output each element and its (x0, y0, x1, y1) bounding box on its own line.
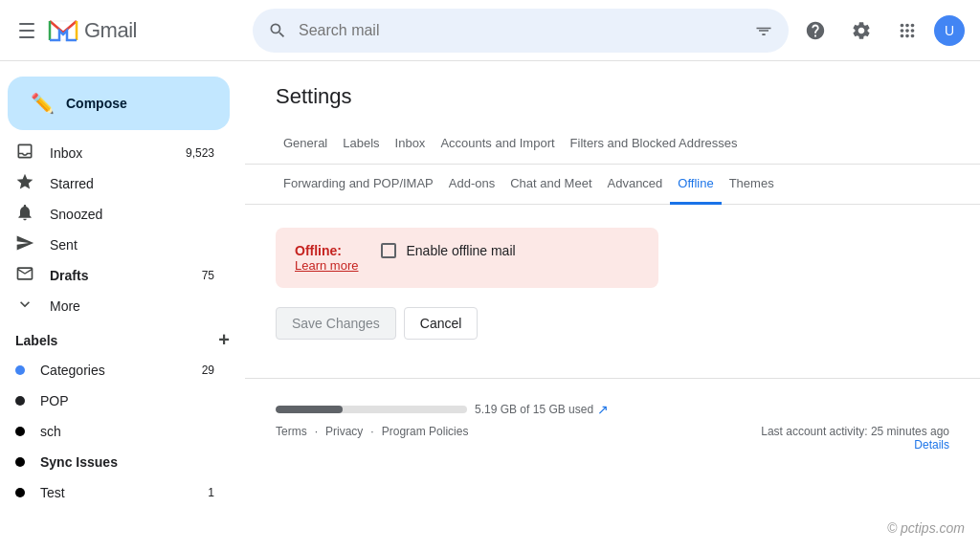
apps-button[interactable] (888, 11, 926, 50)
storage-row: 5.19 GB of 15 GB used ↗ (276, 402, 949, 417)
sync-issues-dot (15, 457, 25, 467)
save-button[interactable]: Save Changes (276, 307, 396, 340)
snoozed-label: Snoozed (50, 207, 214, 222)
inbox-count: 9,523 (186, 146, 214, 160)
offline-warning-box: Offline: Learn more Enable offline mail (276, 228, 658, 288)
watermark: © pctips.com (887, 520, 965, 536)
sidebar-item-snoozed[interactable]: Snoozed (0, 199, 230, 230)
gmail-m-icon (46, 13, 80, 48)
tab-addons[interactable]: Add-ons (441, 165, 502, 205)
inbox-icon (15, 142, 34, 165)
drafts-count: 75 (202, 269, 214, 282)
test-label: Test (40, 485, 192, 500)
sidebar-item-sent[interactable]: Sent (0, 230, 230, 260)
categories-label: Categories (40, 363, 187, 378)
enable-offline-checkbox[interactable] (381, 243, 396, 258)
tab-inbox[interactable]: Inbox (388, 124, 434, 165)
search-icon (268, 21, 287, 40)
categories-count: 29 (202, 364, 214, 377)
add-label-button[interactable]: + (218, 329, 230, 351)
footer-activity: Last account activity: 25 minutes ago De… (761, 425, 949, 452)
sch-dot (15, 427, 25, 436)
offline-settings-body: Offline: Learn more Enable offline mail … (245, 205, 980, 363)
storage-external-icon[interactable]: ↗ (597, 402, 609, 417)
sidebar-item-starred[interactable]: Starred (0, 168, 230, 199)
expand-icon (15, 295, 34, 319)
cancel-button[interactable]: Cancel (404, 307, 479, 340)
tab-advanced[interactable]: Advanced (600, 165, 671, 205)
storage-bar (276, 406, 467, 413)
labels-section: Labels + (0, 321, 245, 355)
search-filter-icon[interactable] (754, 21, 773, 40)
enable-offline-option[interactable]: Enable offline mail (381, 243, 515, 258)
compose-button[interactable]: ✏️ Compose (8, 77, 230, 130)
gmail-text: Gmail (84, 18, 137, 43)
star-icon (15, 172, 34, 196)
tab-themes[interactable]: Themes (722, 165, 782, 205)
sidebar-item-categories[interactable]: Categories 29 (0, 355, 230, 386)
help-icon (805, 20, 826, 41)
terms-link[interactable]: Terms (276, 425, 307, 438)
pop-label: POP (40, 393, 214, 408)
avatar[interactable]: U (934, 15, 965, 46)
sidebar-item-pop[interactable]: POP (0, 386, 230, 416)
tab-chat[interactable]: Chat and Meet (502, 165, 599, 205)
drafts-icon (15, 264, 34, 288)
search-input[interactable] (299, 22, 743, 39)
starred-label: Starred (50, 176, 214, 191)
snooze-icon (15, 203, 34, 227)
storage-amount: 5.19 GB of 15 GB used (475, 403, 593, 416)
action-buttons: Save Changes Cancel (276, 307, 949, 340)
sep2: · (370, 425, 373, 438)
sidebar: ✏️ Compose Inbox 9,523 Starred Snoozed (0, 61, 245, 551)
sidebar-item-test[interactable]: Test 1 (0, 477, 230, 508)
gear-icon (851, 20, 872, 41)
test-count: 1 (208, 486, 214, 499)
search-bar[interactable] (253, 9, 789, 53)
help-button[interactable] (796, 11, 835, 50)
sch-label: sch (40, 424, 214, 439)
details-link[interactable]: Details (914, 438, 949, 452)
settings-footer: 5.19 GB of 15 GB used ↗ Terms · Privacy … (245, 378, 980, 467)
tab-general[interactable]: General (276, 124, 335, 165)
footer-policy-links: Terms · Privacy · Program Policies (276, 425, 468, 438)
storage-bar-fill (276, 406, 343, 413)
sidebar-item-inbox[interactable]: Inbox 9,523 (0, 138, 230, 168)
sidebar-item-sync-issues[interactable]: Sync Issues (0, 447, 230, 477)
sent-label: Sent (50, 237, 214, 253)
settings-button[interactable] (842, 11, 880, 50)
compose-label: Compose (66, 96, 127, 111)
tab-offline[interactable]: Offline (670, 165, 721, 205)
pop-dot (15, 396, 25, 406)
settings-title: Settings (276, 84, 949, 109)
sep1: · (315, 425, 318, 438)
enable-offline-label: Enable offline mail (406, 243, 515, 258)
sidebar-item-sch[interactable]: sch (0, 416, 230, 447)
settings-tabs-row1: General Labels Inbox Accounts and Import… (245, 124, 980, 165)
test-dot (15, 488, 25, 497)
categories-dot (15, 365, 25, 375)
settings-content: Settings General Labels Inbox Accounts a… (245, 61, 980, 551)
inbox-label: Inbox (50, 145, 170, 161)
settings-header: Settings (245, 61, 980, 109)
privacy-link[interactable]: Privacy (325, 425, 363, 438)
tab-forwarding[interactable]: Forwarding and POP/IMAP (276, 165, 441, 205)
sidebar-item-drafts[interactable]: Drafts 75 (0, 260, 230, 291)
tab-labels[interactable]: Labels (335, 124, 387, 165)
compose-icon: ✏️ (31, 92, 55, 115)
apps-icon (897, 20, 918, 41)
learn-more-link[interactable]: Learn more (295, 258, 358, 273)
more-label: More (50, 298, 214, 314)
tab-accounts[interactable]: Accounts and Import (433, 124, 562, 165)
sidebar-item-more[interactable]: More (0, 291, 230, 321)
tab-filters[interactable]: Filters and Blocked Addresses (563, 124, 746, 165)
drafts-label: Drafts (50, 268, 187, 283)
program-link[interactable]: Program Policies (382, 425, 469, 438)
sync-issues-label: Sync Issues (40, 454, 214, 470)
storage-text: 5.19 GB of 15 GB used ↗ (475, 402, 609, 417)
send-icon (15, 233, 34, 257)
offline-label: Offline: (295, 243, 358, 258)
hamburger-button[interactable] (15, 19, 38, 42)
activity-text: Last account activity: 25 minutes ago (761, 425, 949, 438)
settings-tabs-row2: Forwarding and POP/IMAP Add-ons Chat and… (245, 165, 980, 205)
